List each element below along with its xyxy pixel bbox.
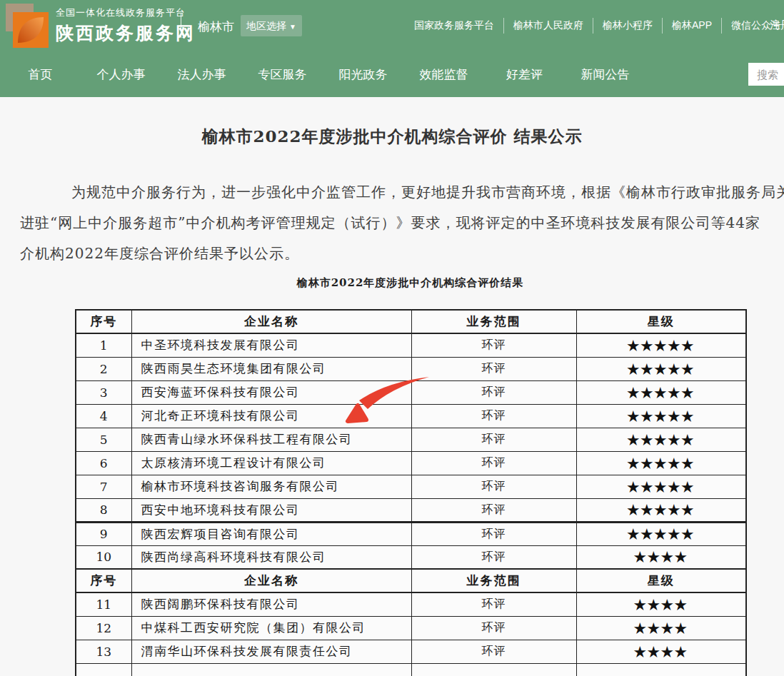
nav-item[interactable]: 阳光政务	[323, 66, 403, 83]
cell-no: 11	[76, 592, 131, 616]
cell-no: 9	[76, 522, 131, 545]
table-row	[76, 663, 746, 676]
cell-stars: ★★★★	[576, 592, 746, 616]
cell-scope: 环评	[411, 475, 576, 498]
nav-item[interactable]: 好差评	[484, 66, 565, 83]
column-header: 企业名称	[131, 569, 411, 592]
column-header: 星级	[576, 310, 746, 333]
nav-item[interactable]: 新闻公告	[565, 66, 645, 83]
cell-scope: 环评	[411, 380, 576, 404]
top-link[interactable]: 国家政务服务平台	[405, 18, 504, 34]
cell-company: 中圣环境科技发展有限公司	[131, 333, 411, 357]
cell-company: 陕西阔鹏环保科技有限公司	[131, 592, 411, 616]
table-row: 3西安海蓝环保科技有限公司环评★★★★★	[76, 380, 746, 404]
nav-item[interactable]: 个人办事	[81, 66, 161, 83]
table-caption: 榆林市2022年度涉批中介机构综合评价结果	[75, 276, 745, 289]
cell-no: 5	[76, 428, 131, 451]
cell-no	[76, 663, 131, 676]
cell-stars: ★★★★	[576, 640, 746, 663]
search-input[interactable]	[748, 63, 784, 86]
cell-company: 中煤科工西安研究院（集团）有限公司	[131, 616, 411, 640]
top-header-bar: 全国一体化在线政务服务平台 陕西政务服务网 榆林市 地区选择▼ 国家政务服务平台…	[0, 0, 784, 51]
nav-item[interactable]: 效能监督	[403, 66, 484, 83]
cell-company	[131, 663, 411, 676]
column-header: 业务范围	[411, 569, 576, 592]
table-row: 7榆林市环境科技咨询服务有限公司环评★★★★★	[76, 475, 746, 498]
table-row: 13渭南华山环保科技发展有限责任公司环评★★★★	[76, 640, 746, 663]
results-table: 序号企业名称业务范围星级1中圣环境科技发展有限公司环评★★★★★2陕西雨昊生态环…	[75, 309, 747, 676]
cell-scope: 环评	[411, 498, 576, 522]
site-branding: 全国一体化在线政务服务平台 陕西政务服务网	[56, 6, 196, 45]
cell-company: 西安中地环境科技有限公司	[131, 498, 411, 522]
cell-stars: ★★★★★	[576, 428, 746, 451]
region-select-button[interactable]: 地区选择▼	[241, 15, 302, 36]
cell-company: 陕西青山绿水环保科技工程有限公司	[131, 428, 411, 451]
cell-scope: 环评	[411, 428, 576, 451]
cell-company: 太原核清环境工程设计有限公司	[131, 451, 411, 475]
column-header: 星级	[576, 569, 746, 592]
cell-stars: ★★★★★	[576, 522, 746, 545]
article-paragraph-line: 介机构2022年度综合评价结果予以公示。	[20, 238, 784, 269]
cell-no: 6	[76, 451, 131, 475]
register-link[interactable]: 注册	[770, 19, 784, 32]
cell-no: 8	[76, 498, 131, 522]
cell-scope: 环评	[411, 357, 576, 380]
cell-company: 渭南华山环保科技发展有限责任公司	[131, 640, 411, 663]
announcement-article: 榆林市2022年度涉批中介机构综合评价 结果公示 为规范中介服务行为，进一步强化…	[0, 97, 784, 676]
table-row: 5陕西青山绿水环保科技工程有限公司环评★★★★★	[76, 428, 746, 451]
article-paragraph-line: 进驻“网上中介服务超市”中介机构考评管理规定（试行）》要求，现将评定的中圣环境科…	[20, 208, 784, 238]
region-select-label: 地区选择	[246, 20, 286, 31]
table-header-row: 序号企业名称业务范围星级	[76, 310, 746, 333]
cell-no: 4	[76, 404, 131, 428]
cell-scope: 环评	[411, 522, 576, 545]
table-row: 8西安中地环境科技有限公司环评★★★★★	[76, 498, 746, 522]
top-link[interactable]: 榆林市人民政府	[504, 18, 593, 34]
cell-stars: ★★★★★	[576, 451, 746, 475]
table-row: 4河北奇正环境科技有限公司环评★★★★★	[76, 404, 746, 428]
cell-company: 陕西尚绿高科环境科技有限公司	[131, 545, 411, 569]
table-row: 9陕西宏辉项目咨询有限公司环评★★★★★	[76, 522, 746, 545]
cell-scope: 环评	[411, 592, 576, 616]
chevron-down-icon: ▼	[289, 23, 296, 31]
cell-no: 2	[76, 357, 131, 380]
nav-item[interactable]: 首页	[0, 66, 81, 83]
table-row: 1中圣环境科技发展有限公司环评★★★★★	[76, 333, 746, 357]
nav-item[interactable]: 法人办事	[161, 66, 242, 83]
cell-stars: ★★★★★	[576, 475, 746, 498]
cell-company: 榆林市环境科技咨询服务有限公司	[131, 475, 411, 498]
top-link[interactable]: 榆林小程序	[593, 18, 663, 34]
cell-stars: ★★★★★	[576, 380, 746, 404]
cell-stars: ★★★★	[576, 616, 746, 640]
cell-stars: ★★★★★	[576, 404, 746, 428]
cell-company: 陕西宏辉项目咨询有限公司	[131, 522, 411, 545]
table-row: 6太原核清环境工程设计有限公司环评★★★★★	[76, 451, 746, 475]
table-row: 12中煤科工西安研究院（集团）有限公司环评★★★★	[76, 616, 746, 640]
site-logo	[6, 4, 50, 48]
article-paragraph-line: 为规范中介服务行为，进一步强化中介监管工作，更好地提升我市营商环境，根据《榆林市…	[20, 177, 784, 208]
column-header: 序号	[76, 310, 131, 333]
cell-scope	[411, 663, 576, 676]
current-city-label: 榆林市	[198, 19, 234, 35]
header-divider	[181, 14, 181, 38]
column-header: 业务范围	[411, 310, 576, 333]
nav-item[interactable]: 专区服务	[242, 66, 323, 83]
top-links: 国家政务服务平台榆林市人民政府榆林小程序榆林APP微信公众号	[405, 0, 784, 51]
cell-no: 10	[76, 545, 131, 569]
cell-stars: ★★★★★	[576, 498, 746, 522]
platform-label: 全国一体化在线政务服务平台	[56, 6, 196, 19]
cell-scope: 环评	[411, 545, 576, 569]
cell-stars	[576, 663, 746, 676]
logo-leaf-icon	[13, 12, 49, 48]
cell-stars: ★★★★	[576, 545, 746, 569]
column-header: 企业名称	[131, 310, 411, 333]
top-link[interactable]: 榆林APP	[663, 18, 722, 34]
cell-stars: ★★★★★	[576, 333, 746, 357]
main-navbar: 首页个人办事法人办事专区服务阳光政务效能监督好差评新闻公告	[0, 51, 784, 97]
cell-scope: 环评	[411, 404, 576, 428]
results-table-body: 序号企业名称业务范围星级1中圣环境科技发展有限公司环评★★★★★2陕西雨昊生态环…	[76, 310, 746, 676]
article-body: 为规范中介服务行为，进一步强化中介监管工作，更好地提升我市营商环境，根据《榆林市…	[0, 177, 784, 269]
cell-scope: 环评	[411, 333, 576, 357]
cell-no: 1	[76, 333, 131, 357]
table-row: 10陕西尚绿高科环境科技有限公司环评★★★★	[76, 545, 746, 569]
table-header-row: 序号企业名称业务范围星级	[76, 569, 746, 592]
